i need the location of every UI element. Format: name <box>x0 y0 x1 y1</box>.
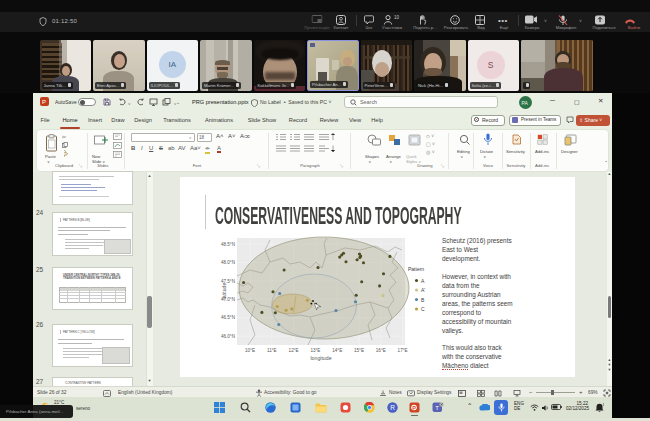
svg-text:13°E: 13°E <box>310 348 320 353</box>
svg-text:T: T <box>435 405 439 411</box>
svg-text:longitude: longitude <box>310 355 331 361</box>
svg-text:16°E: 16°E <box>376 348 386 353</box>
svg-text:12°E: 12°E <box>289 348 299 353</box>
svg-text:14°E: 14°E <box>332 348 342 353</box>
svg-text:48.0°N: 48.0°N <box>221 260 235 265</box>
svg-text:1: 1 <box>603 403 605 407</box>
svg-text:A: A <box>421 278 425 284</box>
svg-text:46.0°N: 46.0°N <box>221 334 235 339</box>
svg-text:48.5°N: 48.5°N <box>221 242 235 247</box>
svg-text:B: B <box>421 297 425 303</box>
svg-text:10°E: 10°E <box>245 348 255 353</box>
svg-text:A': A' <box>421 287 425 293</box>
svg-text:46.5°N: 46.5°N <box>221 315 235 320</box>
svg-text:Pattern: Pattern <box>408 266 424 272</box>
svg-text:latitude: latitude <box>221 283 227 300</box>
svg-text:11°E: 11°E <box>267 348 277 353</box>
svg-text:P: P <box>412 405 416 411</box>
svg-text:C: C <box>421 306 425 312</box>
svg-text:R: R <box>390 404 395 411</box>
svg-text:15°E: 15°E <box>354 348 364 353</box>
svg-text:17°E: 17°E <box>398 348 408 353</box>
